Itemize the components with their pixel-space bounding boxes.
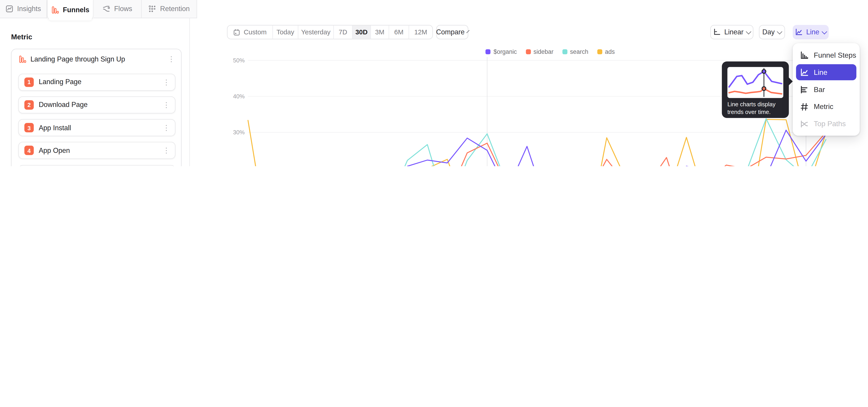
date-range-6m[interactable]: 6M	[389, 26, 409, 39]
svg-text:40%: 40%	[233, 93, 245, 99]
svg-text:20%: 20%	[233, 165, 245, 166]
menu-item-bar[interactable]: Bar	[796, 82, 857, 97]
step-kebab-icon[interactable]: ⋮	[163, 79, 170, 86]
funnels-app: Metric Landing Page through Sign Up ⋮ 1L…	[0, 0, 868, 166]
chart-type-tooltip: Line charts display trends over time.	[722, 62, 789, 118]
step-number-badge: 1	[24, 77, 34, 87]
funnel-name: Landing Page through Sign Up	[31, 55, 168, 63]
funnel-kebab-icon[interactable]: ⋮	[168, 55, 175, 63]
date-range-7d[interactable]: 7D	[334, 26, 352, 39]
funnel-steps-icon	[800, 51, 809, 60]
flows-icon	[102, 5, 110, 13]
svg-text:50%: 50%	[233, 57, 245, 64]
tooltip-arrow	[788, 77, 793, 86]
date-range-yesterday[interactable]: Yesterday	[298, 26, 334, 39]
menu-item-metric[interactable]: Metric	[796, 99, 857, 115]
metric-icon	[800, 102, 809, 111]
date-range-12m[interactable]: 12M	[409, 26, 432, 39]
tab-flows[interactable]: Flows	[94, 0, 142, 18]
chart-type-dropdown[interactable]: Line	[793, 25, 829, 39]
chevron-down-icon	[467, 30, 470, 33]
date-range-custom[interactable]: Custom	[228, 26, 273, 39]
view-tabs: InsightsFunnelsFlowsRetention	[0, 0, 197, 21]
step-kebab-icon[interactable]: ⋮	[163, 124, 170, 131]
step-kebab-icon[interactable]: ⋮	[163, 101, 170, 108]
metric-card: Landing Page through Sign Up ⋮ 1Landing …	[11, 49, 182, 166]
sidebar: Metric Landing Page through Sign Up ⋮ 1L…	[0, 0, 190, 166]
compare-button[interactable]: Compare	[436, 25, 468, 39]
funnel-header[interactable]: Landing Page through Sign Up ⋮	[19, 54, 175, 64]
granularity-dropdown[interactable]: Day	[759, 25, 785, 39]
funnel-step-app-open[interactable]: 4App Open⋮	[18, 142, 176, 159]
funnels-icon	[51, 6, 59, 14]
date-range-3m[interactable]: 3M	[371, 26, 389, 39]
tab-funnels[interactable]: Funnels	[47, 0, 94, 21]
menu-item-top-paths: Top Paths	[796, 116, 857, 132]
step-number-badge: 4	[24, 146, 34, 155]
retention-icon	[149, 5, 156, 13]
menu-item-funnel-steps[interactable]: Funnel Steps	[796, 47, 857, 63]
funnel-step-download-page[interactable]: 2Download Page⋮	[18, 96, 176, 114]
metric-section-label: Metric	[11, 33, 32, 41]
tooltip-text: Line charts display trends over time.	[727, 101, 787, 116]
date-range-30d[interactable]: 30D	[352, 26, 371, 39]
chevron-down-icon	[822, 29, 827, 34]
calendar-icon	[233, 29, 241, 36]
tab-retention[interactable]: Retention	[142, 0, 197, 18]
funnel-metric-icon	[19, 55, 26, 63]
svg-text:30%: 30%	[233, 129, 245, 135]
top-paths-icon	[800, 119, 809, 128]
line-chart-icon	[800, 68, 809, 77]
chevron-down-icon	[746, 29, 751, 34]
menu-item-line[interactable]: Line	[796, 64, 857, 80]
funnel-step-landing-page[interactable]: 1Landing Page⋮	[18, 73, 176, 90]
tab-insights[interactable]: Insights	[0, 0, 47, 18]
chart-type-menu: Funnel StepsLineBarMetricTop Paths	[793, 43, 860, 136]
linear-scale-icon	[713, 28, 721, 36]
date-range-group: CustomTodayYesterday7D30D3M6M12M	[227, 25, 433, 39]
line-chart-icon	[795, 28, 803, 36]
funnel-step-sign-up[interactable]: 5Sign Up⋮	[18, 165, 176, 166]
scale-dropdown[interactable]: Linear	[710, 25, 753, 39]
chevron-down-icon	[777, 29, 782, 34]
step-kebab-icon[interactable]: ⋮	[163, 147, 170, 154]
funnel-step-app-install[interactable]: 3App Install⋮	[18, 119, 176, 136]
step-number-badge: 3	[24, 123, 34, 132]
step-number-badge: 2	[24, 100, 34, 109]
tooltip-chart-illustration	[727, 67, 783, 98]
bar-chart-icon	[800, 85, 809, 94]
insights-icon	[5, 5, 13, 13]
date-range-today[interactable]: Today	[273, 26, 298, 39]
